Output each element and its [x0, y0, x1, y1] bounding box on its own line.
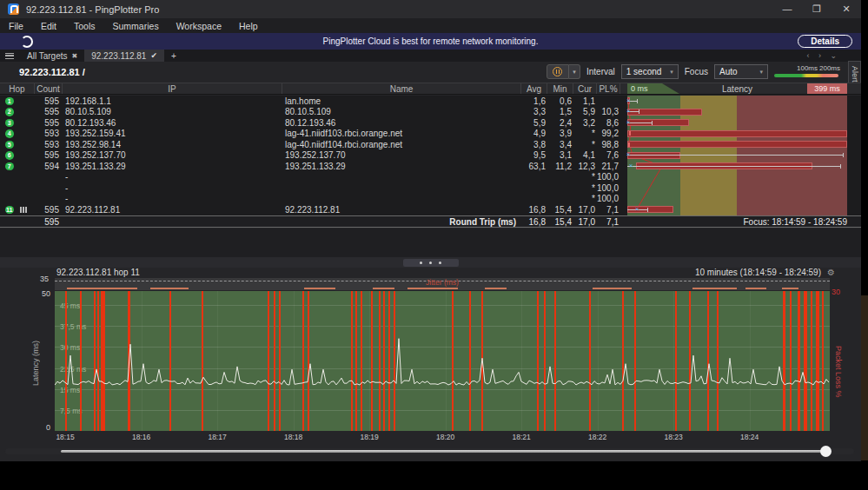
- col-count[interactable]: Count: [35, 83, 63, 94]
- table-row[interactable]: 6595193.252.137.70193.252.137.709,53,14,…: [0, 150, 861, 162]
- latency-whisker-cap: [843, 153, 844, 157]
- hop-badge: 7: [5, 162, 14, 171]
- table-row[interactable]: -*100,0: [0, 182, 861, 194]
- table-row[interactable]: -*100,0: [0, 172, 861, 183]
- legend-gradient-bar: [774, 74, 838, 77]
- jitter-label: Jitter (ms): [55, 278, 830, 287]
- tab-target-label: 92.223.112.81: [91, 51, 146, 61]
- table-row[interactable]: 259580.10.5.10980.10.5.1093,31,55,910,3×: [0, 107, 861, 118]
- cell-name: 92.223.112.81: [282, 205, 521, 215]
- splitter-grip-icon[interactable]: [403, 259, 459, 267]
- minimize-button[interactable]: —: [772, 3, 802, 15]
- col-pl[interactable]: PL%: [597, 83, 620, 94]
- cell-name: lan.home: [282, 96, 521, 106]
- col-latency[interactable]: 0 ms Latency 399 ms: [627, 83, 847, 94]
- col-name[interactable]: Name: [282, 83, 521, 94]
- cell-avg: 3,8: [521, 140, 547, 149]
- time-tick-label: 18:21: [512, 433, 530, 441]
- table-header: Hop Count IP Name Avg Min Cur PL% 0 ms L…: [0, 83, 861, 95]
- close-tab-icon[interactable]: ✖: [72, 52, 78, 60]
- tab-all-targets[interactable]: All Targets ✖: [20, 50, 84, 62]
- focus-select[interactable]: Auto ▾: [714, 64, 768, 79]
- time-tick-label: 18:19: [360, 433, 378, 441]
- time-tick-label: 18:22: [588, 433, 606, 441]
- menu-tools[interactable]: Tools: [65, 21, 104, 31]
- table-row[interactable]: 7594193.251.133.29193.251.133.2963,111,2…: [0, 161, 861, 172]
- table-row[interactable]: 1595192.168.1.1lan.home1,60,61,1×: [0, 96, 861, 107]
- latency-range-bar: [627, 130, 847, 137]
- menu-edit[interactable]: Edit: [32, 21, 65, 31]
- jitter-segment: [67, 288, 136, 289]
- timeline-scrollbar[interactable]: [5, 447, 854, 456]
- jitter-segment: [373, 288, 394, 289]
- scrollbar-range-bar[interactable]: [61, 450, 827, 453]
- latency-bar-cell: ×: [627, 150, 847, 162]
- cell-name: lag-41.niidf103.rbci.orange.net: [282, 129, 521, 138]
- latency-axis-top: 50: [30, 289, 50, 298]
- jitter-segment: [618, 288, 628, 289]
- menu-summaries[interactable]: Summaries: [104, 21, 168, 31]
- add-tab-button[interactable]: +: [164, 51, 183, 61]
- cell-ip: 193.251.133.29: [63, 162, 282, 171]
- pause-button[interactable]: [547, 64, 569, 79]
- cell-pl: 7,6: [597, 150, 620, 160]
- hop-badge: 3: [5, 119, 14, 128]
- cell-pl: 100,0: [597, 172, 620, 182]
- col-hop[interactable]: Hop: [0, 83, 35, 94]
- menu-help[interactable]: Help: [230, 21, 267, 31]
- round-trip-avg: 16,8: [521, 217, 547, 227]
- timeline-graph[interactable]: 45 ms37,5 ms30 ms22,5 ms15 ms7,5 ms: [55, 291, 830, 431]
- cell-ip: 192.168.1.1: [63, 96, 282, 106]
- pane-splitter[interactable]: [0, 257, 861, 268]
- check-icon: ✔: [150, 51, 157, 60]
- table-row[interactable]: 4593193.252.159.41lag-41.niidf103.rbci.o…: [0, 129, 861, 140]
- latency-trace: [55, 291, 830, 431]
- cell-count: 593: [35, 140, 63, 149]
- cell-name: 193.251.133.29: [282, 162, 521, 171]
- cell-avg: 5,9: [521, 118, 547, 128]
- interval-select[interactable]: 1 second ▾: [621, 64, 679, 79]
- col-min[interactable]: Min: [547, 83, 573, 94]
- latency-axis-bottom: 0: [30, 423, 50, 432]
- cell-min: 2,4: [547, 118, 573, 128]
- pause-dropdown-caret[interactable]: ▾: [569, 64, 580, 79]
- details-button[interactable]: Details: [798, 35, 852, 48]
- cell-pl: 10,3: [597, 107, 620, 116]
- scrollbar-thumb[interactable]: [820, 446, 832, 457]
- cell-cur: 4,1: [573, 150, 597, 160]
- table-row[interactable]: 359580.12.193.4680.12.193.465,92,43,28,6…: [0, 117, 861, 129]
- maximize-button[interactable]: ❐: [802, 3, 832, 15]
- menu-file[interactable]: File: [0, 21, 32, 31]
- tab-target[interactable]: 92.223.112.81 ✔: [84, 50, 164, 62]
- cell-ip: -: [63, 172, 282, 182]
- latency-whisker-cap: [647, 208, 648, 212]
- jitter-segment: [485, 288, 507, 289]
- cell-avg: 3,3: [521, 107, 547, 116]
- gear-icon[interactable]: ⚙: [827, 268, 835, 277]
- time-tick-label: 18:20: [436, 433, 454, 441]
- cell-cur: *: [573, 129, 597, 138]
- col-ip[interactable]: IP: [63, 83, 282, 94]
- table-row[interactable]: 5593193.252.98.14lag-40.niidf104.rbci.or…: [0, 139, 861, 150]
- table-row[interactable]: 1159592.223.112.8192.223.112.8116,815,41…: [0, 204, 861, 215]
- jitter-segment: [150, 288, 189, 289]
- tab-all-targets-label: All Targets: [27, 51, 68, 61]
- banner-message: PingPlotter Cloud is best for remote net…: [0, 36, 861, 46]
- col-cur[interactable]: Cur: [573, 83, 597, 94]
- close-button[interactable]: ✕: [832, 3, 861, 15]
- time-tick-label: 18:23: [664, 433, 682, 441]
- graph-focus-icon[interactable]: [20, 207, 28, 213]
- latency-whisker-cap: [639, 109, 639, 114]
- table-row[interactable]: -*100,0: [0, 194, 861, 205]
- cell-cur: *: [573, 140, 597, 149]
- time-tick-label: 18:24: [740, 433, 759, 441]
- col-avg[interactable]: Avg: [521, 83, 547, 94]
- desktop-background: [861, 295, 868, 460]
- cell-avg: 1,6: [521, 96, 547, 106]
- cell-cur: 1,1: [573, 96, 597, 106]
- hop-badge: 1: [5, 97, 14, 106]
- menu-workspace[interactable]: Workspace: [168, 21, 230, 31]
- tab-scroll-arrows[interactable]: ‹ › ⌄: [806, 51, 840, 60]
- latency-bar-cell: [627, 139, 847, 150]
- hamburger-icon[interactable]: [5, 53, 14, 59]
